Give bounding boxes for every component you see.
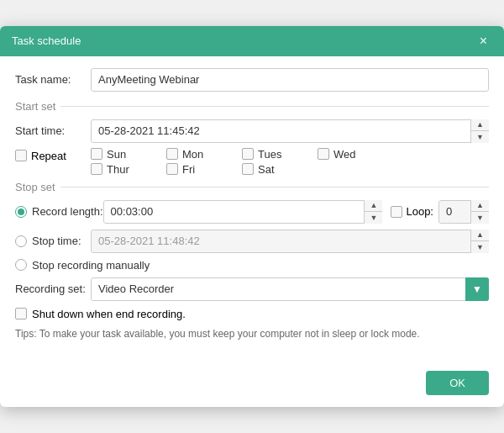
start-time-down-button[interactable]: ▼ [471, 131, 489, 143]
record-length-input[interactable] [103, 200, 383, 224]
record-length-row: Record length: ▲ ▼ Loop: ▲ ▼ [15, 200, 489, 224]
day-sat: Sat [242, 163, 318, 176]
start-time-spinner-buttons: ▲ ▼ [470, 119, 489, 143]
recording-set-select-wrap: Video Recorder Audio Recorder Screen Rec… [91, 277, 489, 301]
day-thur: Thur [91, 163, 166, 176]
task-schedule-dialog: Task schedule × Task name: Start set Sta… [0, 26, 504, 408]
start-set-divider: Start set [15, 100, 489, 113]
repeat-checkbox[interactable] [15, 150, 27, 161]
day-wed-checkbox[interactable] [318, 148, 329, 160]
stop-manually-label: Stop recording manually [32, 259, 150, 272]
start-time-row: Start time: ▲ ▼ [15, 119, 489, 143]
record-length-down-button[interactable]: ▼ [365, 212, 382, 224]
record-length-radio[interactable] [15, 206, 27, 218]
stop-manually-row: Stop recording manually [15, 259, 489, 272]
dialog-title: Task schedule [12, 34, 81, 47]
task-name-input[interactable] [91, 68, 489, 92]
close-button[interactable]: × [475, 33, 492, 50]
dialog-footer: OK [0, 366, 504, 407]
day-thur-checkbox[interactable] [91, 163, 102, 175]
start-set-section-label: Start set [15, 100, 55, 113]
start-time-label: Start time: [15, 124, 91, 137]
stop-time-row: Stop time: ▲ ▼ [15, 230, 489, 253]
loop-spinner-buttons: ▲ ▼ [470, 200, 489, 224]
stop-set-divider: Stop set [15, 181, 489, 193]
day-fri-checkbox[interactable] [166, 163, 178, 175]
day-wed-label: Wed [333, 148, 356, 161]
day-sun: Sun [91, 148, 166, 161]
repeat-label-wrap: Repeat [15, 148, 86, 162]
day-sat-checkbox[interactable] [242, 163, 254, 175]
day-fri: Fri [166, 163, 242, 176]
day-sat-label: Sat [258, 163, 275, 176]
start-time-spinner: ▲ ▼ [91, 119, 489, 143]
stop-time-down-button[interactable]: ▼ [471, 241, 489, 253]
dialog-content: Task name: Start set Start time: ▲ ▼ Rep… [0, 56, 504, 367]
shutdown-label: Shut down when end recording. [32, 308, 186, 320]
stop-time-radio[interactable] [15, 235, 27, 247]
days-grid: Sun Mon Tues Wed Thur [91, 148, 393, 176]
record-length-spinner-buttons: ▲ ▼ [364, 200, 382, 224]
day-fri-label: Fri [182, 163, 195, 176]
stop-manually-radio[interactable] [15, 259, 27, 271]
record-length-up-button[interactable]: ▲ [365, 200, 382, 213]
loop-checkbox-wrap: Loop: [391, 205, 433, 218]
stop-time-label: Stop time: [32, 235, 81, 247]
stop-set-section-label: Stop set [15, 181, 55, 193]
stop-time-spinner: ▲ ▼ [91, 230, 489, 253]
loop-up-button[interactable]: ▲ [471, 200, 489, 213]
stop-time-spinner-buttons: ▲ ▼ [470, 230, 489, 253]
recording-set-select[interactable]: Video Recorder Audio Recorder Screen Rec… [91, 277, 489, 301]
recording-set-label: Recording set: [15, 283, 91, 295]
day-thur-label: Thur [107, 163, 129, 176]
repeat-label: Repeat [31, 150, 66, 162]
stop-manually-label-wrap: Stop recording manually [15, 259, 150, 272]
loop-label: Loop: [406, 205, 433, 218]
shutdown-checkbox[interactable] [15, 308, 27, 319]
task-name-row: Task name: [15, 68, 489, 92]
repeat-row: Repeat Sun Mon Tues Wed [15, 148, 489, 176]
day-sun-checkbox[interactable] [91, 148, 102, 160]
loop-input-wrap: ▲ ▼ [438, 200, 489, 224]
record-length-label-wrap: Record length: [15, 205, 103, 218]
stop-time-up-button[interactable]: ▲ [471, 230, 489, 242]
day-wed: Wed [318, 148, 393, 161]
day-tues-label: Tues [258, 148, 281, 161]
title-bar: Task schedule × [0, 26, 504, 56]
start-time-up-button[interactable]: ▲ [471, 119, 489, 132]
day-mon: Mon [166, 148, 242, 161]
ok-button[interactable]: OK [426, 371, 489, 395]
recording-set-row: Recording set: Video Recorder Audio Reco… [15, 277, 489, 301]
loop-checkbox[interactable] [391, 206, 402, 218]
task-name-label: Task name: [15, 73, 91, 86]
loop-wrap: Loop: ▲ ▼ [391, 200, 489, 224]
stop-time-label-wrap: Stop time: [15, 235, 91, 247]
stop-time-input[interactable] [91, 230, 489, 253]
loop-down-button[interactable]: ▼ [471, 212, 489, 224]
day-mon-checkbox[interactable] [166, 148, 178, 160]
tips-text: Tips: To make your task available, you m… [15, 327, 489, 341]
shutdown-row: Shut down when end recording. [15, 308, 489, 320]
day-tues-checkbox[interactable] [242, 148, 254, 160]
record-length-label: Record length: [32, 205, 103, 218]
start-time-input[interactable] [91, 119, 489, 143]
day-tues: Tues [242, 148, 318, 161]
record-length-spinner: ▲ ▼ [103, 200, 383, 224]
day-sun-label: Sun [107, 148, 126, 161]
day-mon-label: Mon [182, 148, 203, 161]
